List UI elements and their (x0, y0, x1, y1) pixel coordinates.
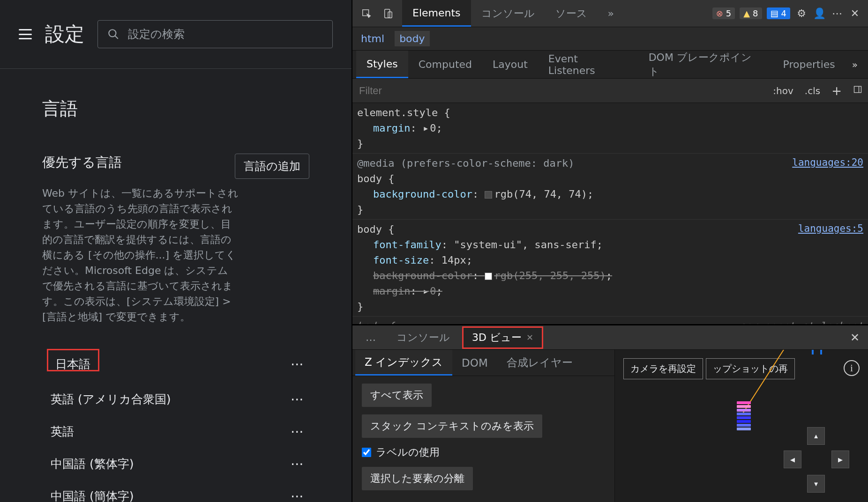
account-icon[interactable]: 👤 (813, 7, 826, 19)
menu-icon[interactable] (19, 29, 32, 39)
css-val: "system-ui", sans-serif (454, 239, 597, 251)
checkbox-label: ラベルの使用 (376, 445, 440, 459)
tab-elements[interactable]: Elements (402, 0, 471, 27)
language-item[interactable]: 英語 ⋯ (42, 415, 309, 448)
close-tab-icon[interactable]: ✕ (526, 332, 533, 342)
pan-up-button[interactable]: ▲ (807, 427, 825, 445)
breadcrumb-html[interactable]: html (361, 33, 384, 44)
settings-header: 設定 (0, 0, 352, 69)
styles-overflow-icon[interactable]: » (846, 51, 864, 78)
close-icon[interactable]: ✕ (848, 7, 861, 19)
language-name: 中国語 (簡体字) (51, 488, 134, 502)
language-name: 日本語 (51, 354, 95, 375)
styles-filter-row: :hov .cls + (352, 79, 868, 103)
pan-left-button[interactable]: ◀ (784, 450, 801, 468)
dom-breadcrumb: html body (352, 27, 868, 51)
more-icon[interactable]: ⋯ (291, 391, 305, 407)
css-rule[interactable]: element.style { margin: 0; } (352, 103, 868, 154)
add-language-button[interactable]: 言語の追加 (235, 154, 309, 179)
tab-sources[interactable]: ソース (545, 0, 598, 27)
zindex-panel: Z インデックス DOM 合成レイヤー すべて表示 スタック コンテキストのみを… (352, 350, 615, 502)
language-item[interactable]: 日本語 ⋯ (42, 345, 309, 383)
search-box[interactable] (97, 20, 333, 48)
cls-toggle[interactable]: .cls (799, 85, 826, 96)
tab-dom-breakpoints[interactable]: DOM ブレークポイント (638, 51, 773, 78)
use-labels-checkbox[interactable]: ラベルの使用 (362, 445, 605, 459)
drawer-more-icon[interactable]: … (357, 329, 384, 346)
info-icon[interactable]: i (844, 360, 860, 376)
zindex-controls: すべて表示 スタック コンテキストのみを表示 ラベルの使用 選択した要素の分離 (352, 376, 614, 498)
warning-badge[interactable]: 8 (740, 7, 762, 19)
isolate-element-button[interactable]: 選択した要素の分離 (362, 467, 473, 490)
source-link[interactable]: languages:20 (792, 155, 863, 170)
gear-icon[interactable]: ⚙ (795, 7, 808, 19)
more-icon[interactable]: ⋯ (291, 356, 305, 372)
language-item[interactable]: 中国語 (繁体字) ⋯ (42, 448, 309, 480)
tab-layout[interactable]: Layout (482, 51, 538, 78)
css-rule[interactable]: user agent stylesheet body { (352, 317, 868, 324)
media-text: @media (prefers-color-scheme: dark) (357, 157, 575, 169)
source-link[interactable]: languages:5 (798, 221, 863, 236)
tab-properties[interactable]: Properties (773, 51, 846, 78)
tab-styles[interactable]: Styles (356, 51, 408, 78)
search-input[interactable] (128, 28, 323, 41)
devtools-toolbar: Elements コンソール ソース » 5 8 4 ⚙ 👤 ⋯ ✕ (352, 0, 868, 27)
css-rule[interactable]: languages:5 body { font-family: "system-… (352, 220, 868, 317)
pan-down-button[interactable]: ▼ (807, 475, 825, 493)
tab-computed[interactable]: Computed (408, 51, 482, 78)
more-icon[interactable]: ⋯ (291, 456, 305, 472)
color-swatch[interactable] (485, 191, 492, 199)
new-rule-icon[interactable]: + (826, 84, 847, 98)
more-icon[interactable]: ⋯ (291, 488, 305, 502)
pan-right-button[interactable]: ▶ (831, 450, 849, 468)
hov-toggle[interactable]: :hov (767, 85, 799, 96)
show-all-button[interactable]: すべて表示 (362, 384, 432, 407)
language-name: 英語 (51, 424, 74, 439)
language-item[interactable]: 中国語 (簡体字) ⋯ (42, 480, 309, 502)
guideline (713, 350, 788, 415)
css-val: rgb(255, 255, 255) (494, 270, 606, 281)
selector-text: body { (357, 320, 394, 324)
language-item[interactable]: 英語 (アメリカ合衆国) ⋯ (42, 383, 309, 415)
stack-context-only-button[interactable]: スタック コンテキストのみを表示 (362, 414, 542, 438)
inspect-icon[interactable] (357, 4, 376, 23)
selector-text: element.style { (357, 107, 450, 118)
settings-title: 設定 (45, 21, 84, 47)
tab-zindex[interactable]: Z インデックス (355, 350, 452, 376)
dpad: ▲ ◀ ▶ ▼ (784, 427, 849, 493)
tab-console[interactable]: コンソール (471, 0, 545, 27)
svg-line-1 (115, 36, 118, 39)
styles-tabs: Styles Computed Layout Event Listeners D… (352, 51, 868, 79)
drawer-tab-console[interactable]: コンソール (388, 328, 458, 347)
drawer-close-icon[interactable]: ✕ (846, 331, 863, 344)
drawer-tab-3dview[interactable]: 3D ビュー ✕ (462, 326, 543, 349)
color-swatch[interactable] (485, 273, 492, 280)
devtools-drawer: … コンソール 3D ビュー ✕ ✕ Z インデックス DOM 合成レイヤー す… (352, 324, 868, 502)
error-badge[interactable]: 5 (712, 7, 735, 19)
message-badge[interactable]: 4 (767, 7, 790, 19)
svg-rect-5 (854, 86, 861, 92)
css-rules-panel: element.style { margin: 0; } languages:2… (352, 103, 868, 324)
styles-filter-input[interactable] (352, 79, 767, 103)
css-val: 14px (441, 254, 466, 266)
toggle-sidebar-icon[interactable] (847, 85, 868, 96)
css-prop: background-color (373, 270, 472, 281)
kebab-icon[interactable]: ⋯ (831, 7, 844, 19)
checkbox-input[interactable] (362, 448, 371, 457)
css-val: 0 (430, 122, 436, 134)
devtools-tabs: Elements コンソール ソース » (402, 0, 624, 27)
tab-3d-dom[interactable]: DOM (452, 350, 497, 376)
more-icon[interactable]: ⋯ (291, 424, 305, 439)
css-rule[interactable]: languages:20 @media (prefers-color-schem… (352, 154, 868, 220)
tab-event-listeners[interactable]: Event Listeners (538, 51, 638, 78)
device-toggle-icon[interactable] (379, 4, 397, 23)
css-prop: background-color (373, 188, 472, 200)
tabs-overflow-icon[interactable]: » (598, 0, 624, 27)
pref-title: 優先する言語 (42, 154, 122, 171)
pref-description: Web サイトは、一覧にあるサポートされている言語のうち先頭の言語で表示されます… (42, 185, 239, 325)
tab-composite[interactable]: 合成レイヤー (497, 350, 582, 376)
breadcrumb-body[interactable]: body (395, 31, 429, 46)
devtools-pane: Elements コンソール ソース » 5 8 4 ⚙ 👤 ⋯ ✕ html … (352, 0, 868, 502)
3d-viewport[interactable]: カメラを再設定 ップショットの再 i ▲ ◀ ▶ (615, 350, 868, 502)
reset-camera-button[interactable]: カメラを再設定 (623, 358, 703, 379)
